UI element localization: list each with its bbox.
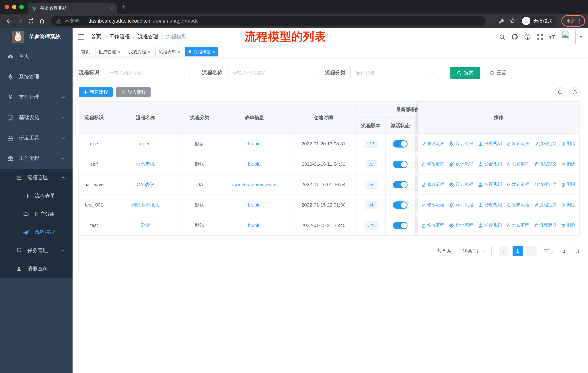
- sidebar-item-task-manage[interactable]: 任务管理: [0, 242, 73, 260]
- help-icon[interactable]: [524, 33, 531, 40]
- action-modify-link[interactable]: 修改流程: [422, 181, 445, 188]
- process-name-link[interactable]: eeee: [140, 141, 151, 146]
- action-modify-link[interactable]: 修改流程: [422, 222, 445, 228]
- action-modify-link[interactable]: 修改流程: [422, 141, 445, 147]
- action-define-link[interactable]: 流程定义: [534, 161, 557, 167]
- sidebar-item-bpm-form[interactable]: 流程表单: [0, 187, 73, 205]
- sidebar-item-bpm-model[interactable]: 流程模型: [0, 223, 73, 242]
- browser-update-button[interactable]: 更新: [561, 15, 585, 27]
- url-bar[interactable]: 不安全 dashboard.yudao.iocoder.cn/bpm/manag…: [51, 16, 486, 26]
- browser-tab[interactable]: 芋道管理系统 ✕: [28, 2, 117, 14]
- tag-bpm-model[interactable]: 流程模型×: [185, 47, 218, 56]
- sidebar-item-bpm-manage[interactable]: 流程管理: [0, 169, 73, 187]
- action-delete-link[interactable]: 删除: [561, 181, 575, 188]
- current-page-button[interactable]: 1: [513, 246, 523, 256]
- refresh-table-button[interactable]: [569, 87, 580, 97]
- reset-button[interactable]: 重置: [484, 67, 512, 79]
- new-tab-button[interactable]: +: [122, 3, 126, 11]
- fullscreen-icon[interactable]: [537, 34, 543, 40]
- sidebar-item-leave-query[interactable]: 请假查询: [0, 260, 73, 278]
- action-assign-link[interactable]: 分配规则: [478, 161, 502, 167]
- avatar-caret-icon[interactable]: [580, 36, 583, 38]
- github-icon[interactable]: [511, 33, 518, 40]
- close-icon[interactable]: ×: [148, 50, 150, 54]
- font-size-icon[interactable]: TT: [549, 34, 555, 40]
- category-select[interactable]: [350, 67, 438, 79]
- action-delete-link[interactable]: 删除: [561, 141, 575, 147]
- goto-page-input[interactable]: [557, 246, 572, 256]
- sidebar-item-user-group[interactable]: 用户分组: [0, 205, 73, 223]
- sidebar-item-workflow[interactable]: 工作流程: [0, 148, 73, 169]
- maximize-window-button[interactable]: [19, 5, 24, 9]
- close-icon[interactable]: ×: [178, 50, 180, 54]
- action-modify-link[interactable]: 修改流程: [422, 202, 445, 208]
- sidebar-item-payment[interactable]: ¥支付管理: [0, 87, 73, 107]
- bookmark-star-icon[interactable]: [510, 18, 516, 24]
- action-modify-link[interactable]: 修改流程: [422, 161, 445, 167]
- breadcrumb-item[interactable]: 工作流程: [109, 33, 130, 40]
- process-name-input[interactable]: [227, 67, 313, 79]
- active-toggle[interactable]: [393, 222, 408, 229]
- close-window-button[interactable]: [5, 5, 9, 9]
- breadcrumb-item[interactable]: 流程管理: [138, 33, 158, 40]
- sidebar-item-devtools[interactable]: 研发工具: [0, 128, 73, 148]
- action-delete-link[interactable]: 删除: [561, 161, 575, 167]
- process-name-link[interactable]: OA 请假: [137, 181, 154, 188]
- process-name-link[interactable]: 滔博: [141, 222, 150, 229]
- action-define-link[interactable]: 流程定义: [534, 202, 557, 208]
- collapse-sidebar-button[interactable]: [78, 34, 84, 40]
- action-design-link[interactable]: 设计流程: [449, 181, 473, 188]
- action-define-link[interactable]: 流程定义: [534, 222, 557, 228]
- tag-tenant[interactable]: 租户管理×: [95, 47, 123, 56]
- active-toggle[interactable]: [393, 140, 408, 147]
- prev-page-button[interactable]: ‹: [499, 246, 509, 256]
- breadcrumb-item[interactable]: 首页: [91, 33, 101, 40]
- form-info-link[interactable]: /bpm/oa/leave/create: [232, 182, 276, 187]
- action-assign-link[interactable]: 分配规则: [478, 181, 502, 188]
- form-info-link[interactable]: biubiu: [248, 161, 261, 167]
- process-name-link[interactable]: 自己审批: [136, 161, 155, 167]
- action-assign-link[interactable]: 分配规则: [478, 141, 502, 147]
- search-icon[interactable]: [499, 34, 505, 40]
- action-design-link[interactable]: 设计流程: [449, 202, 473, 208]
- next-page-button[interactable]: ›: [526, 246, 537, 256]
- import-process-button[interactable]: 导入流程: [116, 87, 151, 97]
- sidebar-item-home[interactable]: 首页: [0, 46, 73, 67]
- action-delete-link[interactable]: 删除: [561, 202, 575, 208]
- show-search-button[interactable]: [555, 87, 565, 97]
- action-design-link[interactable]: 设计流程: [449, 161, 473, 167]
- sidebar-logo[interactable]: 芋道管理系统: [0, 28, 73, 46]
- tag-home[interactable]: 首页: [78, 47, 93, 56]
- minimize-window-button[interactable]: [12, 5, 16, 9]
- close-icon[interactable]: ×: [118, 50, 120, 54]
- create-process-button[interactable]: 新建流程: [79, 87, 113, 97]
- tag-my-flow[interactable]: 我的流程×: [125, 47, 153, 56]
- action-design-link[interactable]: 设计流程: [449, 222, 473, 228]
- active-toggle[interactable]: [393, 161, 408, 168]
- tag-bpm-form[interactable]: 流程表单×: [155, 47, 184, 56]
- form-info-link[interactable]: biubiu: [248, 141, 261, 146]
- tab-close-icon[interactable]: ✕: [109, 6, 113, 11]
- page-size-select[interactable]: 10条/页: [457, 246, 492, 256]
- close-icon[interactable]: ×: [213, 50, 215, 54]
- active-toggle[interactable]: [393, 181, 408, 188]
- forward-button[interactable]: [17, 18, 23, 24]
- search-button[interactable]: 搜索: [450, 67, 480, 79]
- action-define-link[interactable]: 流程定义: [534, 181, 557, 188]
- browser-menu-icon[interactable]: [579, 18, 580, 23]
- action-publish-link[interactable]: 发布流程: [506, 141, 529, 147]
- password-key-icon[interactable]: [499, 18, 505, 24]
- action-define-link[interactable]: 流程定义: [534, 141, 557, 147]
- process-id-input[interactable]: [104, 67, 190, 79]
- process-name-link[interactable]: 测试多审批人: [131, 202, 159, 208]
- reload-button[interactable]: [28, 18, 34, 24]
- window-controls[interactable]: [5, 5, 24, 9]
- active-toggle[interactable]: [393, 201, 408, 209]
- action-design-link[interactable]: 设计流程: [449, 141, 473, 147]
- action-publish-link[interactable]: 发布流程: [506, 222, 529, 228]
- sidebar-item-system[interactable]: 系统管理: [0, 67, 73, 87]
- action-publish-link[interactable]: 发布流程: [506, 181, 529, 188]
- form-info-link[interactable]: biubiu: [248, 202, 261, 208]
- sidebar-item-infra[interactable]: 基础设施: [0, 107, 73, 128]
- back-button[interactable]: [6, 18, 12, 24]
